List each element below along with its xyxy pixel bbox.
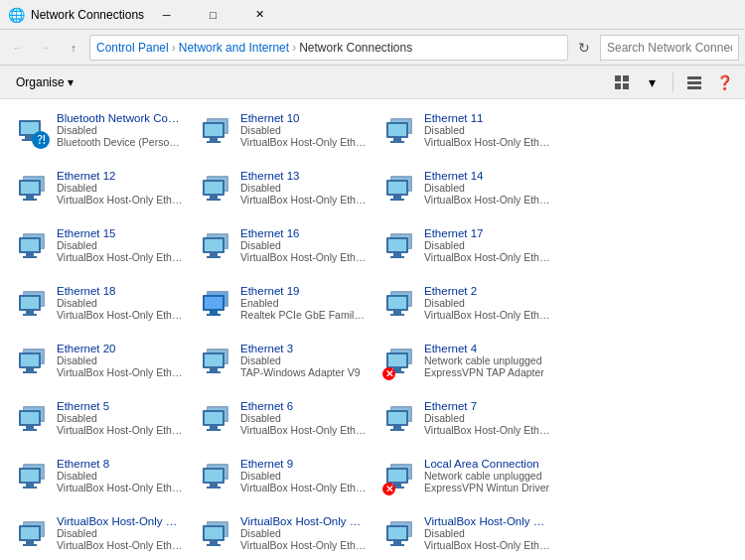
network-item-desc: VirtualBox Host-Only Ethernet Ad...: [57, 309, 185, 321]
network-connections-list: ⁈ Bluetooth Network ConnectionDisabledBl…: [0, 99, 745, 560]
list-item[interactable]: Ethernet 8DisabledVirtualBox Host-Only E…: [8, 453, 192, 510]
network-item-desc: TAP-Windows Adapter V9: [240, 366, 369, 378]
list-item[interactable]: Ethernet 7DisabledVirtualBox Host-Only E…: [375, 395, 559, 453]
list-item[interactable]: Ethernet 19EnabledRealtek PCIe GbE Famil…: [192, 280, 375, 338]
svg-rect-124: [205, 470, 223, 482]
list-item[interactable]: Ethernet 10DisabledVirtualBox Host-Only …: [192, 107, 375, 165]
svg-rect-114: [390, 429, 404, 431]
svg-rect-2: [615, 83, 621, 89]
list-item[interactable]: Ethernet 12DisabledVirtualBox Host-Only …: [8, 165, 192, 222]
svg-rect-6: [687, 86, 701, 89]
view-details-button[interactable]: [681, 70, 707, 95]
list-item[interactable]: ⁈ Bluetooth Network ConnectionDisabledBl…: [8, 107, 192, 165]
search-input[interactable]: [600, 35, 739, 61]
network-item-name: Ethernet 19: [240, 285, 369, 297]
network-item-name: Ethernet 11: [424, 112, 552, 124]
help-button[interactable]: ❓: [711, 70, 737, 95]
network-item-name: Ethernet 2: [424, 285, 552, 297]
svg-rect-84: [23, 371, 37, 373]
network-item-status: Enabled: [240, 297, 369, 309]
network-item-desc: VirtualBox Host-Only Ethernet Ad...: [240, 539, 369, 551]
list-item[interactable]: Ethernet 2DisabledVirtualBox Host-Only E…: [375, 280, 559, 338]
list-item[interactable]: Ethernet 18DisabledVirtualBox Host-Only …: [8, 280, 192, 338]
svg-rect-41: [393, 196, 401, 199]
list-item[interactable]: Ethernet 5DisabledVirtualBox Host-Only E…: [8, 395, 192, 453]
svg-text:⁈: ⁈: [37, 133, 46, 147]
network-item-desc: VirtualBox Host-Only Ethernet Ad...: [424, 309, 552, 321]
network-item-name: Ethernet 8: [57, 458, 185, 470]
maximize-button[interactable]: □: [191, 0, 235, 30]
svg-rect-82: [21, 354, 39, 366]
network-item-desc: VirtualBox Host-Only Ethernet Ad...: [424, 136, 552, 148]
svg-rect-40: [388, 182, 406, 194]
network-item-desc: Realtek PCIe GbE Family Controll...: [240, 309, 369, 321]
svg-rect-4: [687, 76, 701, 79]
close-button[interactable]: ✕: [237, 0, 282, 30]
breadcrumb-item-network-internet[interactable]: Network and Internet: [179, 41, 289, 55]
list-item[interactable]: VirtualBox Host-Only Network #12Disabled…: [375, 510, 559, 560]
svg-rect-58: [388, 239, 406, 251]
network-item-name: VirtualBox Host-Only Network #12: [424, 515, 552, 527]
network-item-desc: VirtualBox Host-Only Ethernet Ad...: [57, 539, 185, 551]
view-dropdown-button[interactable]: ▾: [639, 70, 665, 95]
refresh-button[interactable]: ↻: [572, 36, 596, 60]
svg-rect-143: [210, 541, 218, 544]
network-item-status: Disabled: [57, 297, 185, 309]
network-item-name: Ethernet 16: [240, 227, 369, 239]
list-item[interactable]: VirtualBox Host-Only Network #10Disabled…: [8, 510, 192, 560]
network-item-name: Ethernet 7: [424, 400, 552, 412]
list-item[interactable]: Ethernet 15DisabledVirtualBox Host-Only …: [8, 222, 192, 280]
network-item-name: VirtualBox Host-Only Network #11: [240, 515, 369, 527]
list-item[interactable]: Ethernet 6DisabledVirtualBox Host-Only E…: [192, 395, 375, 453]
list-item[interactable]: VirtualBox Host-Only Network #11Disabled…: [192, 510, 375, 560]
network-item-status: Disabled: [240, 527, 369, 539]
svg-rect-106: [205, 412, 223, 424]
organize-button[interactable]: Organise ▾: [8, 70, 81, 95]
list-item[interactable]: ✕Local Area ConnectionNetwork cable unpl…: [375, 453, 559, 510]
view-large-icons-button[interactable]: [609, 70, 635, 95]
network-item-desc: VirtualBox Host-Only Ethernet Ad...: [240, 424, 369, 436]
network-item-name: Ethernet 20: [57, 343, 185, 354]
svg-rect-59: [393, 253, 401, 256]
minimize-button[interactable]: ─: [144, 0, 189, 30]
list-item[interactable]: Ethernet 9DisabledVirtualBox Host-Only E…: [192, 453, 375, 510]
list-item[interactable]: Ethernet 17DisabledVirtualBox Host-Only …: [375, 222, 559, 280]
svg-rect-107: [210, 426, 218, 429]
network-item-name: Ethernet 13: [240, 170, 369, 182]
svg-rect-108: [207, 429, 221, 431]
svg-rect-149: [393, 541, 401, 544]
svg-rect-118: [21, 470, 39, 482]
svg-rect-18: [207, 141, 221, 143]
network-item-name: Bluetooth Network Connection: [57, 112, 185, 124]
network-item-name: Ethernet 6: [240, 400, 369, 412]
network-item-desc: VirtualBox Host-Only Ethernet Ad...: [424, 194, 552, 206]
titlebar: 🌐 Network Connections ─ □ ✕: [0, 0, 745, 30]
svg-rect-90: [207, 371, 221, 373]
network-item-name: Ethernet 12: [57, 170, 185, 182]
forward-button[interactable]: →: [34, 36, 58, 60]
list-item[interactable]: Ethernet 3DisabledTAP-Windows Adapter V9: [192, 338, 375, 395]
back-button[interactable]: ←: [6, 36, 30, 60]
network-item-status: Network cable unplugged: [424, 354, 552, 366]
svg-rect-36: [207, 199, 221, 201]
svg-rect-64: [21, 297, 39, 309]
svg-rect-29: [26, 196, 34, 199]
up-button[interactable]: ↑: [62, 36, 85, 60]
list-item[interactable]: Ethernet 16DisabledVirtualBox Host-Only …: [192, 222, 375, 280]
breadcrumb-current: Network Connections: [299, 41, 412, 55]
titlebar-icon: 🌐: [8, 7, 25, 23]
toolbar: Organise ▾ ▾ ❓: [0, 66, 745, 99]
list-item[interactable]: ✕Ethernet 4Network cable unpluggedExpres…: [375, 338, 559, 395]
network-item-status: Disabled: [424, 124, 552, 136]
svg-rect-120: [23, 487, 37, 489]
large-icons-icon: [614, 74, 630, 90]
list-item[interactable]: Ethernet 20DisabledVirtualBox Host-Only …: [8, 338, 192, 395]
list-item[interactable]: Ethernet 11DisabledVirtualBox Host-Only …: [375, 107, 559, 165]
list-item[interactable]: Ethernet 14DisabledVirtualBox Host-Only …: [375, 165, 559, 222]
network-item-status: Network cable unplugged: [424, 470, 552, 482]
network-item-desc: VirtualBox Host-Only Ethernet Ad...: [57, 366, 185, 378]
list-item[interactable]: Ethernet 13DisabledVirtualBox Host-Only …: [192, 165, 375, 222]
svg-rect-46: [21, 239, 39, 251]
svg-rect-53: [210, 253, 218, 256]
breadcrumb-item-control-panel[interactable]: Control Panel: [96, 41, 169, 55]
